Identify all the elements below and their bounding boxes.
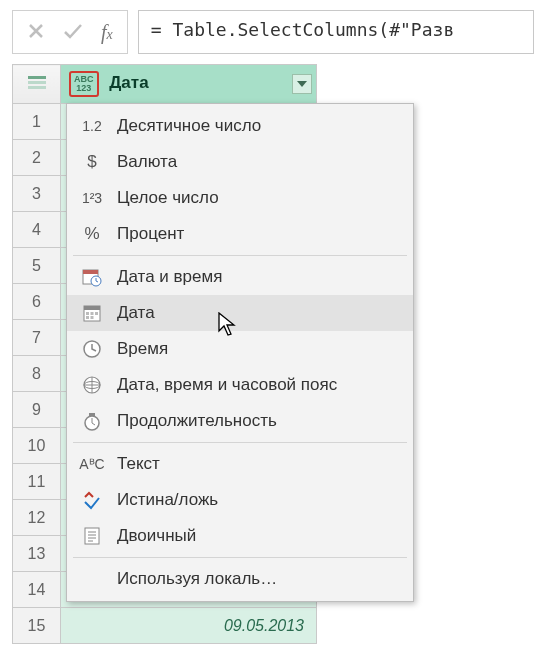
column-filter-button[interactable] (292, 74, 312, 94)
binary-icon (81, 525, 103, 547)
svg-rect-1 (28, 81, 46, 84)
row-header[interactable]: 11 (13, 464, 61, 500)
row-header[interactable]: 8 (13, 356, 61, 392)
svg-rect-8 (86, 312, 89, 315)
menu-separator (73, 255, 407, 256)
menu-item-binary[interactable]: Двоичный (67, 518, 413, 554)
menu-item-label: Процент (117, 224, 184, 244)
formula-buttons: fx (12, 10, 128, 54)
menu-separator (73, 442, 407, 443)
svg-rect-17 (89, 413, 95, 416)
time-icon (81, 338, 103, 360)
locale-icon (81, 568, 103, 590)
boolean-icon (81, 489, 103, 511)
menu-item-boolean[interactable]: Истина/ложь (67, 482, 413, 518)
menu-item-label: Целое число (117, 188, 219, 208)
datetimezone-icon (81, 374, 103, 396)
svg-rect-12 (91, 316, 94, 319)
row-header[interactable]: 2 (13, 140, 61, 176)
date-icon (81, 302, 103, 324)
duration-icon (81, 410, 103, 432)
menu-item-label: Истина/ложь (117, 490, 218, 510)
menu-item-date[interactable]: Дата (67, 295, 413, 331)
row-header[interactable]: 6 (13, 284, 61, 320)
percent-icon: % (81, 223, 103, 245)
row-header[interactable]: 15 (13, 608, 61, 644)
menu-item-label: Используя локаль… (117, 569, 277, 589)
menu-item-label: Двоичный (117, 526, 196, 546)
menu-item-label: Продолжительность (117, 411, 277, 431)
row-header[interactable]: 1 (13, 104, 61, 140)
row-header[interactable]: 4 (13, 212, 61, 248)
row-header[interactable]: 12 (13, 500, 61, 536)
menu-item-label: Дата (117, 303, 155, 323)
select-all-corner[interactable] (13, 65, 61, 104)
menu-item-locale[interactable]: Используя локаль… (67, 561, 413, 597)
column-type-icon[interactable]: ABC 123 (69, 71, 99, 97)
menu-item-time[interactable]: Время (67, 331, 413, 367)
row-header[interactable]: 7 (13, 320, 61, 356)
cancel-icon[interactable] (27, 22, 45, 43)
svg-rect-11 (86, 316, 89, 319)
menu-separator (73, 557, 407, 558)
menu-item-duration[interactable]: Продолжительность (67, 403, 413, 439)
menu-item-currency[interactable]: $Валюта (67, 144, 413, 180)
menu-item-label: Текст (117, 454, 160, 474)
menu-item-decimal[interactable]: 1.2Десятичное число (67, 108, 413, 144)
data-cell[interactable]: 09.05.2013 (61, 608, 317, 644)
row-header[interactable]: 10 (13, 428, 61, 464)
menu-item-label: Время (117, 339, 168, 359)
menu-item-percent[interactable]: %Процент (67, 216, 413, 252)
svg-rect-9 (91, 312, 94, 315)
menu-item-label: Десятичное число (117, 116, 261, 136)
column-header[interactable]: ABC 123 Дата (61, 65, 317, 104)
menu-item-label: Дата, время и часовой пояс (117, 375, 337, 395)
svg-rect-0 (28, 76, 46, 79)
currency-icon: $ (81, 151, 103, 173)
column-title: Дата (109, 73, 148, 92)
row-header[interactable]: 3 (13, 176, 61, 212)
fx-icon[interactable]: fx (101, 21, 113, 44)
row-header[interactable]: 5 (13, 248, 61, 284)
row-header[interactable]: 13 (13, 536, 61, 572)
integer-icon: 1²3 (81, 187, 103, 209)
menu-item-datetimezone[interactable]: Дата, время и часовой пояс (67, 367, 413, 403)
svg-rect-2 (28, 86, 46, 89)
decimal-icon: 1.2 (81, 115, 103, 137)
menu-item-datetime[interactable]: Дата и время (67, 259, 413, 295)
menu-item-label: Валюта (117, 152, 177, 172)
menu-item-text[interactable]: AᴮCТекст (67, 446, 413, 482)
formula-bar: fx = Table.SelectColumns(#"Разв (0, 0, 546, 64)
svg-rect-7 (84, 306, 100, 310)
menu-item-label: Дата и время (117, 267, 222, 287)
datetime-icon (81, 266, 103, 288)
data-type-menu: 1.2Десятичное число$Валюта1²3Целое число… (66, 103, 414, 602)
text-icon: AᴮC (81, 453, 103, 475)
svg-rect-4 (83, 270, 98, 274)
confirm-icon[interactable] (63, 22, 83, 43)
menu-item-integer[interactable]: 1²3Целое число (67, 180, 413, 216)
row-header[interactable]: 9 (13, 392, 61, 428)
row-header[interactable]: 14 (13, 572, 61, 608)
formula-input[interactable]: = Table.SelectColumns(#"Разв (138, 10, 534, 54)
svg-rect-10 (95, 312, 98, 315)
svg-rect-18 (85, 528, 99, 544)
